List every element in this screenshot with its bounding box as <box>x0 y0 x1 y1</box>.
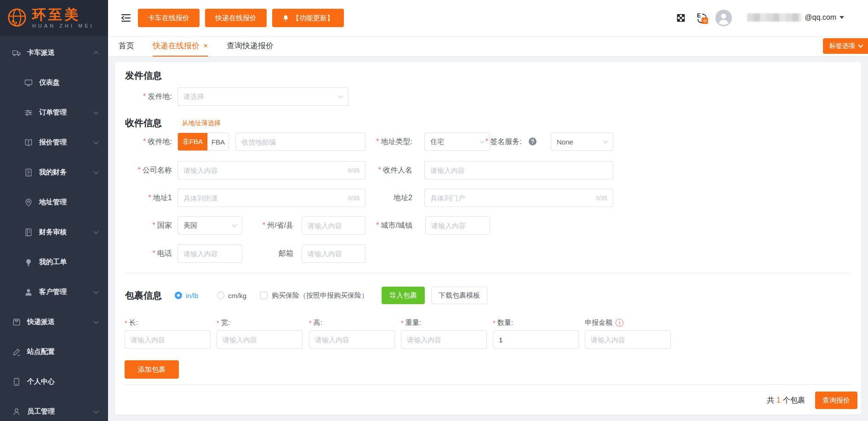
express-quote-button[interactable]: 快递在线报价 <box>205 9 267 27</box>
weight-input[interactable] <box>407 336 481 344</box>
sidebar-item-express-dispatch[interactable]: 快递派送 <box>0 307 108 337</box>
truck-quote-button[interactable]: 卡车在线报价 <box>138 9 200 27</box>
tab-query-express-quote[interactable]: 查询快递报价 <box>227 36 274 57</box>
sender-section-title: 发件信息 <box>125 69 162 82</box>
sidebar-item-personal-center[interactable]: 个人中心 <box>0 367 108 397</box>
email-input[interactable] <box>308 250 360 258</box>
address2-input[interactable] <box>430 194 593 202</box>
fba-toggle-option[interactable]: FBA <box>207 133 228 150</box>
declared-value-input[interactable] <box>591 336 665 344</box>
address-book-link[interactable]: 从地址薄选择 <box>182 119 221 127</box>
width-input[interactable] <box>223 336 297 344</box>
package-count-summary: 共1个包裹 <box>767 392 805 409</box>
unit-cmkg-radio[interactable]: cm/kg <box>217 286 246 305</box>
insurance-checkbox[interactable]: 购买保险（按照申报购买保险） <box>260 286 368 305</box>
height-input[interactable] <box>315 336 389 344</box>
sidebar-item-address-management[interactable]: 地址管理 <box>0 187 108 217</box>
sidebar-item-truck-dispatch[interactable]: 卡车派送 <box>0 38 108 68</box>
feature-update-button[interactable]: 【功能更新】 <box>272 9 344 27</box>
redacted-email <box>747 13 801 22</box>
company-label: 公司名称 <box>126 161 172 179</box>
fba-toggle: 非FBA FBA <box>177 133 229 151</box>
tab-home[interactable]: 首页 <box>119 36 134 57</box>
svg-text:中: 中 <box>703 18 708 23</box>
chevron-down-icon <box>858 42 863 47</box>
width-input-box <box>217 330 303 349</box>
info-icon[interactable]: ! <box>616 319 623 327</box>
state-label: 州/省/县 <box>239 216 293 235</box>
ledger-icon <box>24 228 33 237</box>
destination-label: 收件地: <box>126 133 172 151</box>
address1-input[interactable] <box>183 194 345 202</box>
zip-input-box <box>235 133 365 151</box>
dropdown-caret-icon <box>839 16 844 21</box>
section-divider <box>125 273 851 273</box>
zip-input[interactable] <box>241 138 360 146</box>
quote-form-card: 发件信息 发件地: 请选择 收件信息 从地址薄选择 收件地: 非FBA FBA … <box>115 62 861 415</box>
non-fba-toggle[interactable]: 非FBA <box>178 133 207 150</box>
address1-label: 地址1 <box>126 189 172 207</box>
sidebar-item-finance-audit[interactable]: 财务审核 <box>0 217 108 247</box>
city-input-box <box>425 216 490 235</box>
address-type-label: 地址类型: <box>354 133 412 151</box>
sidebar-item-my-finance[interactable]: 我的财务 <box>0 157 108 187</box>
bell-icon <box>282 15 289 22</box>
add-package-button[interactable]: 添加包裹 <box>125 360 179 379</box>
import-package-button[interactable]: 导入包裹 <box>382 287 425 304</box>
phone-input[interactable] <box>183 250 236 258</box>
chevron-down-icon <box>603 138 608 143</box>
city-input[interactable] <box>431 222 484 230</box>
svg-text:E: E <box>697 12 701 19</box>
package-count: 1 <box>777 396 781 404</box>
state-input-box <box>302 216 365 235</box>
address2-input-box: 0/35 <box>424 189 613 207</box>
brand-name: 环至美 <box>32 7 94 22</box>
sidebar-item-staff-management[interactable]: 员工管理 <box>0 397 108 421</box>
address-type-select[interactable]: 住宅 <box>424 133 490 151</box>
user-outline-icon <box>12 407 21 416</box>
unit-inlb-radio[interactable]: in/lb <box>175 286 199 305</box>
help-icon[interactable]: ? <box>529 138 537 145</box>
company-input[interactable] <box>183 167 345 174</box>
section-divider <box>125 384 851 385</box>
origin-select[interactable]: 请选择 <box>177 87 348 106</box>
tab-express-online-quote[interactable]: 快递在线报价 ✕ <box>153 36 208 57</box>
width-label: 宽: <box>217 318 230 327</box>
language-switch-icon[interactable]: E 中 <box>695 12 709 25</box>
recipient-input[interactable] <box>430 167 607 174</box>
chevron-down-icon <box>480 138 485 143</box>
chevron-up-icon <box>93 51 98 56</box>
sidebar-item-customer-management[interactable]: 客户管理 <box>0 277 108 307</box>
length-input[interactable] <box>131 336 205 344</box>
receiver-section-title: 收件信息 <box>125 117 162 129</box>
query-quote-button[interactable]: 查询报价 <box>815 392 857 409</box>
declared-value-input-box <box>585 330 671 349</box>
chevron-down-icon <box>93 229 98 234</box>
sidebar-item-quote-management[interactable]: 报价管理 <box>0 127 108 157</box>
address1-input-box: 0/35 <box>177 189 365 207</box>
tag-options-button[interactable]: 标签选项 <box>823 38 868 54</box>
sidebar-item-order-management[interactable]: 订单管理 <box>0 98 108 127</box>
weight-label: 重量: <box>401 318 421 327</box>
sidebar-item-dashboard[interactable]: 仪表盘 <box>0 68 108 98</box>
signature-service-select[interactable]: None <box>551 133 613 151</box>
sidebar-nav: 卡车派送 仪表盘 订单管理 报价管理 我的财务 地址 <box>0 36 108 421</box>
sidebar-item-site-config[interactable]: 站点配置 <box>0 337 108 367</box>
book-icon <box>24 138 33 147</box>
user-avatar[interactable] <box>715 10 732 26</box>
location-pin-icon <box>24 198 33 207</box>
sidebar-item-my-tickets[interactable]: 我的工单 <box>0 247 108 277</box>
origin-label: 发件地: <box>126 87 172 106</box>
sidebar-fold-icon[interactable] <box>120 12 131 23</box>
lamp-icon <box>24 258 33 267</box>
download-template-button[interactable]: 下载包裹模板 <box>431 287 487 304</box>
user-menu[interactable]: @qq.com <box>747 13 844 22</box>
country-select[interactable]: 美国 <box>177 216 242 235</box>
state-input[interactable] <box>308 222 360 230</box>
chevron-down-icon <box>93 109 98 114</box>
company-input-box: 0/35 <box>177 161 365 179</box>
close-icon[interactable]: ✕ <box>203 43 208 49</box>
phone-label: 电话 <box>126 244 172 263</box>
quantity-input[interactable] <box>499 336 573 344</box>
fullscreen-icon[interactable] <box>676 13 686 23</box>
